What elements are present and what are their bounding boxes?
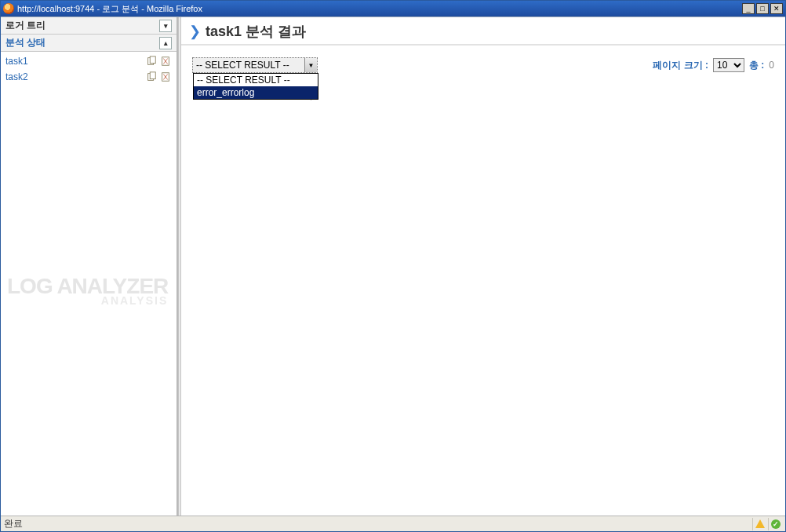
page-size-select[interactable]: 10: [713, 58, 744, 72]
ok-icon[interactable]: ✓: [768, 518, 782, 530]
select-current-value: -- SELECT RESULT --: [196, 60, 289, 71]
sidebar-item-task1[interactable]: task1: [1, 53, 176, 69]
list-item-label: task2: [5, 71, 145, 82]
chevron-right-icon: ❯: [189, 23, 201, 40]
sidebar-item-task2[interactable]: task2: [1, 69, 176, 85]
chevron-down-icon[interactable]: ▼: [304, 58, 317, 72]
page-title: task1 분석 결과: [206, 22, 306, 41]
statusbar: 완료 ✓: [1, 516, 785, 531]
chevron-up-icon[interactable]: ▴: [159, 37, 172, 49]
page-size-label: 페이지 크기 :: [653, 59, 708, 72]
sidebar-section-label: 분석 상태: [5, 36, 45, 49]
sidebar: 로거 트리 ▾ 분석 상태 ▴ task1: [1, 17, 178, 516]
delete-icon[interactable]: [159, 55, 172, 67]
select-display[interactable]: -- SELECT RESULT -- ▼: [192, 57, 318, 73]
maximize-button[interactable]: □: [756, 3, 769, 14]
chevron-down-icon[interactable]: ▾: [159, 20, 172, 32]
delete-icon[interactable]: [159, 71, 172, 83]
window-controls: _ □ ✕: [742, 3, 783, 14]
total-label: 총 :: [749, 59, 764, 72]
sidebar-section-logger-tree[interactable]: 로거 트리 ▾: [1, 17, 176, 35]
result-select[interactable]: -- SELECT RESULT -- ▼ -- SELECT RESULT -…: [192, 57, 319, 73]
page-header: ❯ task1 분석 결과: [181, 17, 785, 46]
svg-rect-6: [150, 72, 155, 79]
task-list: task1 task2: [1, 52, 176, 86]
watermark-line2: ANALYSIS: [7, 296, 168, 306]
window-title: http://localhost:9744 - 로그 분석 - Mozilla …: [17, 3, 742, 15]
content-area: 로거 트리 ▾ 분석 상태 ▴ task1: [1, 16, 785, 516]
copy-icon[interactable]: [145, 55, 158, 67]
minimize-button[interactable]: _: [742, 3, 755, 14]
firefox-icon: [3, 3, 14, 14]
total-value: 0: [769, 60, 774, 71]
toolbar-row: -- SELECT RESULT -- ▼ -- SELECT RESULT -…: [181, 46, 785, 73]
status-text: 완료: [4, 517, 23, 530]
titlebar: http://localhost:9744 - 로그 분석 - Mozilla …: [1, 1, 785, 16]
svg-rect-1: [150, 56, 155, 64]
list-item-label: task1: [5, 56, 145, 67]
sidebar-section-label: 로거 트리: [5, 19, 45, 32]
watermark: LOG ANALYZER ANALYSIS: [7, 276, 168, 306]
page-meta: 페이지 크기 : 10 총 : 0: [653, 58, 774, 72]
select-option[interactable]: error_errorlog: [194, 86, 318, 99]
select-option[interactable]: -- SELECT RESULT --: [194, 74, 318, 86]
app-window: http://localhost:9744 - 로그 분석 - Mozilla …: [0, 0, 786, 532]
warning-icon[interactable]: [752, 518, 766, 530]
select-dropdown: -- SELECT RESULT -- error_errorlog: [193, 73, 318, 100]
copy-icon[interactable]: [145, 71, 158, 83]
close-button[interactable]: ✕: [770, 3, 783, 14]
main-panel: ❯ task1 분석 결과 -- SELECT RESULT -- ▼ -- S…: [181, 17, 785, 516]
watermark-line1: LOG ANALYZER: [7, 276, 168, 296]
sidebar-section-analysis-state[interactable]: 분석 상태 ▴: [1, 35, 176, 52]
